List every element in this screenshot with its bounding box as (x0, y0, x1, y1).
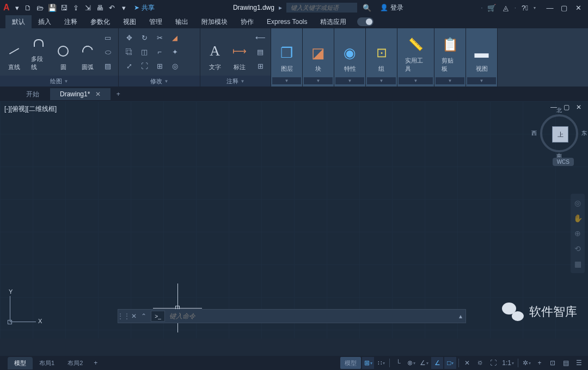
utilities-button[interactable]: 📏实用工具 (402, 33, 430, 75)
clipboard-button[interactable]: 📋剪贴板 (438, 33, 462, 75)
export-icon[interactable]: ⇲ (83, 2, 94, 13)
cmd-close-icon[interactable]: ✕ (129, 312, 139, 320)
panel-drop-utilities[interactable]: ▼ (399, 77, 433, 84)
viewcube-east[interactable]: 东 (581, 130, 587, 137)
trim-icon[interactable]: ✂ (152, 32, 167, 45)
drawing-canvas[interactable]: [-][俯视][二维线框] — ▢ ✕ Y X 上 北 南 西 东 WCS ◎ … (0, 101, 588, 338)
panel-title-draw[interactable]: 绘图▼ (0, 76, 118, 87)
annotate-more-icon[interactable]: ⊞ (253, 60, 267, 73)
leader-icon[interactable]: ⟵ (253, 32, 267, 45)
panel-drop-clipboard[interactable]: ▼ (436, 77, 464, 84)
saveas-icon[interactable]: 🖫 (59, 2, 70, 13)
tab-start[interactable]: 开始 (16, 88, 49, 101)
orbit-icon[interactable]: ⟲ (571, 242, 585, 256)
pan-icon[interactable]: ✋ (571, 211, 585, 225)
tab-annotate[interactable]: 注释 (58, 15, 84, 29)
share-button[interactable]: ➤ 共享 (130, 2, 159, 14)
tab-close-icon[interactable]: ✕ (95, 90, 101, 98)
arc-button[interactable]: 圆弧 (76, 31, 99, 73)
autodesk-icon[interactable]: ◬ (500, 2, 511, 13)
status-lineweight-icon[interactable]: ✕ (461, 357, 473, 369)
tab-insert[interactable]: 插入 (32, 15, 58, 29)
viewcube[interactable]: 上 北 南 西 东 (540, 114, 578, 152)
offset-icon[interactable]: ◎ (168, 60, 182, 73)
status-polar-icon[interactable]: ⊗▾ (405, 357, 417, 369)
group-button[interactable]: ⊡组 (370, 33, 394, 75)
tab-collaborate[interactable]: 协作 (234, 15, 260, 29)
rotate-icon[interactable]: ↻ (137, 32, 151, 45)
tab-addins[interactable]: 附加模块 (195, 15, 234, 29)
move-icon[interactable]: ✥ (122, 32, 136, 45)
hatch-icon[interactable]: ▨ (101, 60, 115, 73)
status-transparency-icon[interactable]: ⛭ (474, 357, 486, 369)
mirror-icon[interactable]: ◫ (137, 46, 151, 59)
layout-2[interactable]: 布局2 (61, 357, 89, 369)
ellipse-icon[interactable]: ⬭ (101, 46, 115, 59)
cmd-dropdown-icon[interactable]: ▴ (456, 312, 465, 320)
tab-add-button[interactable]: + (112, 89, 125, 100)
cmd-grip-icon[interactable]: ⋮⋮ (118, 312, 129, 320)
copy-icon[interactable]: ⿻ (122, 46, 136, 59)
panel-title-annotate[interactable]: 注释▼ (200, 76, 271, 87)
tab-featured[interactable]: 精选应用 (314, 15, 353, 29)
open-icon[interactable]: 🗁 (35, 2, 46, 13)
web-mobile-icon[interactable]: ⇪ (71, 2, 82, 13)
polyline-button[interactable]: 多段线 (28, 31, 50, 73)
panel-drop-block[interactable]: ▼ (304, 77, 333, 84)
ribbon-toggle[interactable] (357, 17, 373, 26)
undo-icon[interactable]: ↶ (107, 2, 118, 13)
redo-icon[interactable]: ▾ (119, 2, 130, 13)
text-button[interactable]: A文字 (204, 31, 226, 73)
tab-express[interactable]: Express Tools (260, 16, 314, 28)
properties-button[interactable]: ◉特性 (338, 33, 362, 75)
panel-drop-layers[interactable]: ▼ (272, 77, 301, 84)
array-icon[interactable]: ⊞ (152, 60, 167, 73)
layout-add-button[interactable]: + (89, 357, 102, 369)
explode-icon[interactable]: ✦ (168, 46, 182, 59)
status-cycling-icon[interactable]: ⛶ (487, 357, 499, 369)
tab-manage[interactable]: 管理 (143, 15, 169, 29)
maximize-button[interactable]: ▢ (558, 2, 571, 13)
help-icon[interactable]: ?⃝ (519, 2, 530, 13)
erase-icon[interactable]: ◢ (168, 32, 182, 45)
viewport-label[interactable]: [-][俯视][二维线框] (4, 104, 57, 114)
view-button[interactable]: ▬视图 (470, 33, 494, 75)
status-osnap-icon[interactable]: ∠ (431, 357, 443, 369)
panel-drop-view[interactable]: ▼ (467, 77, 496, 84)
status-quickprops-icon[interactable]: ▤ (560, 357, 572, 369)
showmotion-icon[interactable]: ▦ (571, 257, 585, 271)
viewcube-west[interactable]: 西 (531, 130, 537, 137)
layout-model[interactable]: 模型 (8, 357, 33, 369)
search-icon[interactable]: 🔍 (362, 2, 372, 13)
app-menu-dropdown[interactable]: ▾ (12, 2, 23, 13)
block-button[interactable]: ◪块 (307, 33, 330, 75)
status-customize-icon[interactable]: ☰ (573, 357, 585, 369)
new-icon[interactable]: 🗋 (23, 2, 34, 13)
tab-drawing[interactable]: Drawing1* ✕ (50, 88, 111, 100)
panel-drop-properties[interactable]: ▼ (335, 77, 364, 84)
status-model-button[interactable]: 模型 (340, 357, 361, 369)
scale-icon[interactable]: ⛶ (137, 60, 151, 73)
wcs-badge[interactable]: WCS (553, 158, 574, 166)
command-input[interactable] (165, 312, 456, 320)
circle-button[interactable]: 圆 (52, 31, 75, 73)
viewcube-north[interactable]: 北 (556, 107, 562, 114)
tab-parametric[interactable]: 参数化 (84, 15, 117, 29)
tab-view[interactable]: 视图 (117, 15, 143, 29)
fillet-icon[interactable]: ⌐ (152, 46, 167, 59)
rectangle-icon[interactable]: ▭ (101, 32, 115, 45)
status-otrack-icon[interactable]: □▾ (444, 357, 456, 369)
tab-default[interactable]: 默认 (5, 15, 32, 29)
status-isodraft-icon[interactable]: ∠▾ (418, 357, 430, 369)
vp-close-icon[interactable]: ✕ (574, 103, 584, 111)
zoom-icon[interactable]: ⊕ (571, 226, 585, 240)
cmd-recent-icon[interactable]: ⌃ (139, 312, 149, 320)
layout-1[interactable]: 布局1 (33, 357, 61, 369)
stretch-icon[interactable]: ⤢ (122, 60, 136, 73)
tab-output[interactable]: 输出 (169, 15, 195, 29)
login-button[interactable]: 👤 登录 (377, 2, 407, 14)
wheel-icon[interactable]: ◎ (571, 196, 585, 210)
status-annoscale[interactable]: 1:1▾ (500, 357, 516, 369)
line-button[interactable]: 直线 (3, 31, 26, 73)
close-button[interactable]: ✕ (572, 2, 585, 13)
